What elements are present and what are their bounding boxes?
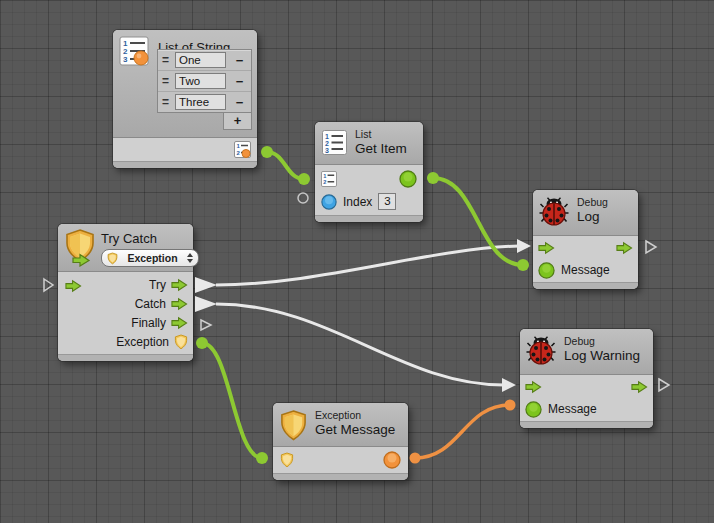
port-row	[273, 447, 408, 473]
message-port-label: Message	[548, 402, 597, 416]
node-header: Try Catch Exception	[58, 224, 193, 272]
node-category: Exception	[315, 409, 361, 421]
index-input-port[interactable]	[321, 194, 337, 210]
node-header: Debug Log	[533, 190, 638, 236]
node-body	[273, 447, 408, 473]
node-title: Log Warning	[564, 348, 640, 363]
node-footer	[273, 473, 408, 480]
remove-item-button[interactable]: −	[228, 74, 251, 89]
wire-exception-to-get-message[interactable]	[196, 337, 268, 464]
exception-input-port[interactable]	[280, 452, 294, 468]
flow-input-port[interactable]	[65, 279, 82, 293]
flow-input-port[interactable]	[538, 241, 555, 255]
ladybug-icon	[539, 197, 569, 226]
wire-get-item-to-log-message[interactable]	[427, 172, 529, 271]
svg-text:1: 1	[323, 172, 326, 178]
node-body: Message	[520, 375, 653, 421]
wire-try-to-log[interactable]	[195, 239, 531, 293]
unconnected-log-output-triangle[interactable]	[646, 241, 656, 253]
list-input-port-icon[interactable]: 1 2	[321, 171, 337, 187]
dropdown-updown-icon	[187, 253, 193, 263]
wire-list-to-get-item[interactable]	[261, 146, 310, 185]
drag-handle-icon[interactable]: =	[158, 95, 173, 109]
node-category: Debug	[577, 196, 608, 208]
node-header: 1 2 3 List Get Item	[315, 122, 423, 165]
list-output-port-icon[interactable]: 1 2	[234, 141, 251, 158]
port-label: Exception	[116, 335, 169, 349]
output-port-row: 1 2	[113, 138, 257, 161]
node-title: Get Message	[315, 422, 395, 437]
ladybug-icon	[526, 336, 556, 365]
port-row-finally: Finally	[58, 313, 193, 332]
port-row-catch: Catch	[58, 294, 193, 313]
remove-item-button[interactable]: −	[228, 95, 251, 110]
exception-output-port[interactable]	[174, 334, 188, 350]
node-body: 1 2	[315, 165, 423, 215]
node-footer	[113, 161, 257, 168]
message-output-port[interactable]	[383, 451, 401, 469]
unconnected-input-triangle[interactable]	[44, 279, 53, 291]
unconnected-index-circle[interactable]	[298, 193, 308, 203]
unconnected-finally-triangle[interactable]	[201, 320, 211, 330]
node-try-catch[interactable]: Try Catch Exception Try	[58, 224, 193, 361]
svg-text:2: 2	[325, 140, 329, 147]
message-port-label: Message	[561, 263, 610, 277]
message-input-port[interactable]	[538, 262, 555, 279]
graph-canvas[interactable]: 1 2 3 List of String = One −	[0, 0, 714, 523]
flow-output-port[interactable]	[171, 297, 188, 311]
port-row: 1 2	[315, 167, 423, 190]
drag-handle-icon[interactable]: =	[158, 74, 173, 88]
svg-text:2: 2	[323, 179, 326, 185]
flow-output-port[interactable]	[631, 380, 648, 394]
wire-get-message-to-log-warning-message[interactable]	[410, 400, 516, 464]
item-output-port[interactable]	[399, 170, 417, 188]
drag-handle-icon[interactable]: =	[158, 53, 173, 67]
port-label: Finally	[131, 316, 166, 330]
list-editor: = One − = Two − = Three −	[157, 49, 252, 130]
flow-input-port[interactable]	[525, 380, 542, 394]
shield-flow-icon	[64, 229, 100, 267]
node-exception-get-message[interactable]: Exception Get Message	[273, 403, 408, 480]
list-item-field[interactable]: One	[175, 52, 226, 68]
add-item-button[interactable]: +	[223, 113, 252, 130]
node-debug-log[interactable]: Debug Log Message	[533, 190, 638, 289]
node-header: Exception Get Message	[273, 403, 408, 447]
node-body: Try Catch Finally Exception	[58, 272, 193, 354]
index-port-label: Index	[343, 195, 372, 209]
port-row: Index 3	[315, 190, 423, 213]
flow-output-port[interactable]	[616, 241, 633, 255]
node-header: 1 2 3 List of String = One −	[113, 30, 257, 138]
shield-icon	[107, 252, 118, 265]
list-item-row: = Three −	[158, 92, 251, 112]
dropdown-value: Exception	[122, 252, 183, 264]
node-title: Get Item	[355, 141, 407, 156]
node-body: Message	[533, 236, 638, 282]
port-row-exception: Exception	[58, 332, 193, 351]
node-list-of-string[interactable]: 1 2 3 List of String = One −	[113, 30, 257, 168]
node-debug-log-warning[interactable]: Debug Log Warning Mess	[520, 329, 653, 428]
node-category: List	[355, 128, 371, 140]
message-input-port[interactable]	[525, 401, 542, 418]
numbered-list-icon: 1 2 3	[119, 36, 149, 66]
unconnected-log-warning-output-triangle[interactable]	[659, 379, 669, 391]
node-get-item[interactable]: 1 2 3 List Get Item 1 2	[315, 122, 423, 222]
remove-item-button[interactable]: −	[228, 53, 251, 68]
port-row	[533, 237, 638, 259]
list-item-row: = Two −	[158, 71, 251, 92]
node-header: Debug Log Warning	[520, 329, 653, 375]
list-item-row: = One −	[158, 50, 251, 71]
flow-output-port[interactable]	[171, 278, 188, 292]
flow-output-port[interactable]	[171, 316, 188, 330]
node-title: Log	[577, 209, 600, 224]
index-value-field[interactable]: 3	[378, 193, 396, 210]
list-item-field[interactable]: Two	[175, 73, 226, 89]
node-footer	[533, 282, 638, 289]
node-category: Debug	[564, 335, 595, 347]
port-label: Catch	[135, 297, 166, 311]
wire-catch-to-log-warning[interactable]	[195, 296, 516, 392]
exception-type-dropdown[interactable]: Exception	[101, 249, 199, 267]
svg-text:3: 3	[325, 147, 329, 154]
port-label: Try	[149, 278, 166, 292]
list-item-field[interactable]: Three	[175, 94, 226, 110]
svg-text:1: 1	[325, 133, 329, 140]
